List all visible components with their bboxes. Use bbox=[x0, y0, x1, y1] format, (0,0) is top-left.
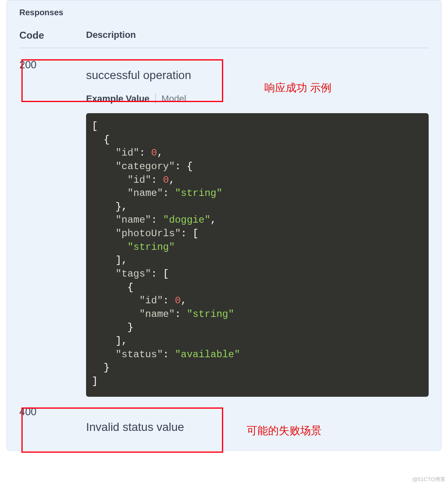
column-header-code: Code bbox=[19, 30, 86, 41]
responses-title: Responses bbox=[19, 8, 429, 17]
watermark: @51CTO博客 bbox=[412, 476, 446, 483]
response-row-200: 200 successful operation Example Value M… bbox=[19, 48, 429, 397]
response-row-400: 400 Invalid status value bbox=[19, 397, 429, 434]
response-code-400: 400 bbox=[19, 405, 86, 418]
response-code-200: 200 bbox=[19, 58, 86, 71]
tab-example-value[interactable]: Example Value bbox=[86, 93, 149, 104]
tab-divider bbox=[155, 94, 156, 104]
example-json-block: [ { "id": 0, "category": { "id": 0, "nam… bbox=[86, 113, 429, 397]
responses-table-head: Code Description bbox=[19, 30, 429, 48]
annotation-text-failure: 可能的失败场景 bbox=[247, 424, 322, 438]
annotation-text-success: 响应成功 示例 bbox=[264, 81, 331, 95]
column-header-description: Description bbox=[86, 30, 136, 41]
response-desc-col-200: successful operation Example Value Model… bbox=[86, 58, 429, 397]
example-tabs: Example Value Model bbox=[86, 93, 429, 104]
response-description-200: successful operation bbox=[86, 69, 429, 82]
tab-model[interactable]: Model bbox=[161, 93, 186, 104]
responses-panel: Responses Code Description 200 successfu… bbox=[7, 0, 441, 451]
